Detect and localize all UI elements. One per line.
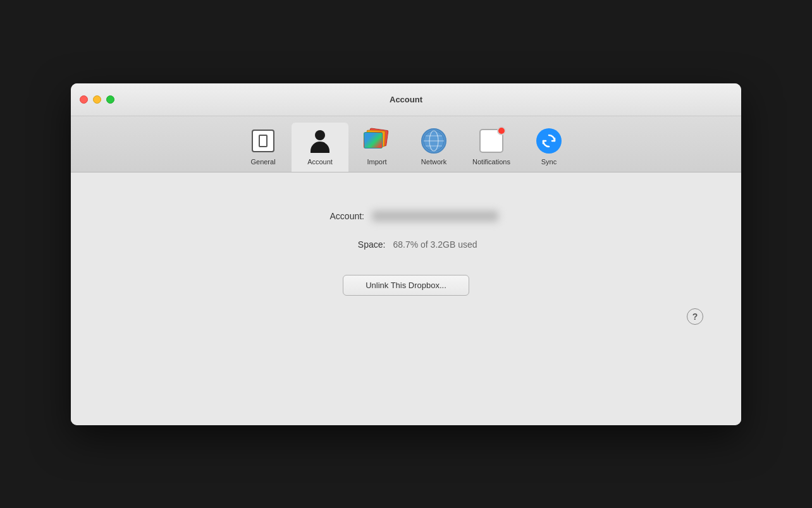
- globe-icon: [421, 128, 446, 154]
- info-section: Account: Space: 68.7% of 3.2GB used: [96, 210, 716, 250]
- notifications-icon: [478, 128, 505, 154]
- space-row: Space: 68.7% of 3.2GB used: [335, 239, 477, 250]
- toolbar: General Account Import: [71, 116, 741, 172]
- account-field-label: Account:: [314, 211, 364, 221]
- photo-front: [364, 132, 383, 148]
- tab-account[interactable]: Account: [292, 123, 348, 172]
- help-button[interactable]: ?: [687, 308, 703, 325]
- minimize-button[interactable]: [93, 95, 101, 104]
- titlebar: Account: [71, 83, 741, 116]
- tab-notifications-label: Notifications: [472, 158, 510, 166]
- bell-icon: [479, 129, 503, 153]
- sync-circle-icon: [536, 128, 562, 154]
- tab-sync-label: Sync: [541, 158, 557, 166]
- account-email-value: [372, 210, 498, 222]
- tab-import-label: Import: [367, 158, 386, 166]
- import-icon: [364, 128, 390, 154]
- space-value: 68.7% of 3.2GB used: [393, 239, 477, 250]
- tab-account-label: Account: [307, 158, 333, 166]
- device-icon: [252, 130, 274, 152]
- space-field-label: Space:: [335, 239, 385, 250]
- account-icon: [307, 128, 333, 154]
- tab-network-label: Network: [421, 158, 446, 166]
- account-row: Account:: [314, 210, 498, 222]
- tab-general[interactable]: General: [235, 123, 292, 172]
- photos-stack-icon: [364, 129, 390, 153]
- window-title: Account: [390, 95, 422, 104]
- help-section: ?: [96, 308, 716, 325]
- notification-badge: [497, 126, 506, 135]
- close-button[interactable]: [80, 95, 88, 104]
- unlink-button[interactable]: Unlink This Dropbox...: [343, 275, 469, 296]
- tab-network[interactable]: Network: [405, 123, 462, 172]
- network-icon: [421, 128, 447, 154]
- content-area: Account: Space: 68.7% of 3.2GB used Unli…: [71, 172, 741, 425]
- general-icon: [250, 128, 276, 154]
- person-head: [315, 130, 325, 140]
- window-controls: [80, 95, 114, 104]
- maximize-button[interactable]: [106, 95, 114, 104]
- person-icon: [308, 129, 332, 153]
- main-window: Account General Account: [71, 83, 741, 425]
- tab-general-label: General: [250, 158, 275, 166]
- tab-sync[interactable]: Sync: [520, 123, 577, 172]
- tab-notifications[interactable]: Notifications: [462, 123, 520, 172]
- tab-import[interactable]: Import: [348, 123, 405, 172]
- person-body: [311, 142, 329, 153]
- sync-icon: [536, 128, 562, 154]
